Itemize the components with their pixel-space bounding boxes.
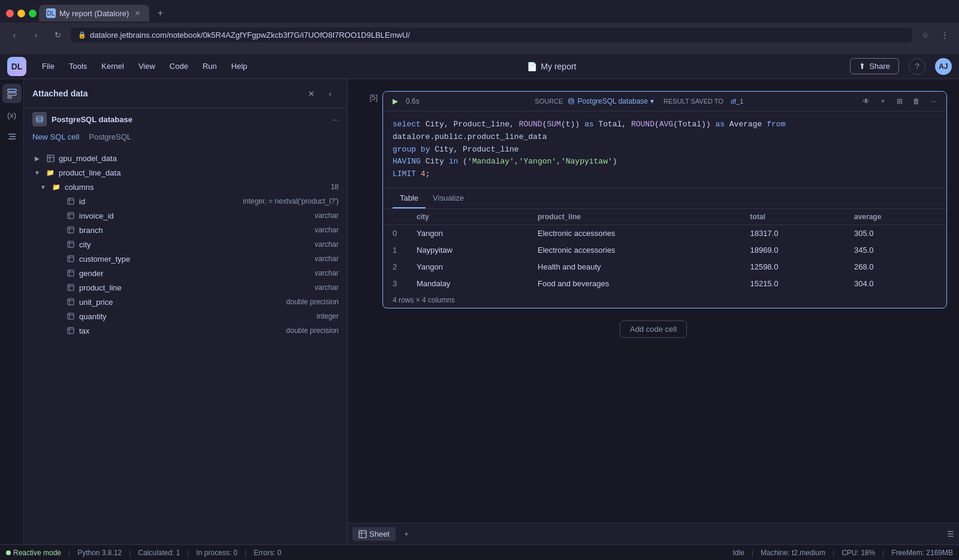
col-icon-product-line: [66, 283, 76, 292]
columns-item[interactable]: ▼ 📁 columns 18: [24, 180, 347, 194]
browser-menu-button[interactable]: ⋮: [936, 26, 953, 43]
menu-run[interactable]: Run: [197, 59, 223, 73]
sheet-tab[interactable]: Sheet: [352, 527, 396, 541]
reload-button[interactable]: ↻: [49, 26, 66, 43]
sidebar-icon-outline[interactable]: [2, 127, 22, 146]
column-quantity: quantity integer: [24, 309, 347, 323]
svg-rect-25: [68, 270, 74, 276]
cell-toolbar-5: ▶ 0.6s SOURCE PostgreSQL database: [383, 92, 946, 111]
maximize-window-button[interactable]: [29, 10, 37, 17]
columns-count: 18: [331, 183, 339, 191]
menu-file[interactable]: File: [36, 59, 61, 73]
svg-rect-0: [8, 89, 16, 92]
svg-rect-37: [68, 328, 74, 334]
code-line-2: datalore.public.product_line_data: [393, 131, 937, 144]
bookmark-button[interactable]: ☆: [917, 26, 934, 43]
tree-toggle-product[interactable]: ▼: [32, 168, 42, 177]
svg-rect-22: [68, 256, 74, 262]
app: DL File Tools Kernel View Code Run Help …: [0, 54, 959, 560]
minimize-window-button[interactable]: [17, 10, 25, 17]
sidebar-icon-variables[interactable]: (x): [2, 105, 22, 125]
notebook-content: [5] ▶ 0.6s SOURCE: [348, 79, 959, 523]
browser-chrome: DL My report (Datalore) ✕ + ‹ › ↻ 🔒 data…: [0, 0, 959, 54]
sidebar-icon-data[interactable]: [2, 84, 22, 103]
address-bar[interactable]: 🔒 datalore.jetbrains.com/notebook/0k5R4A…: [71, 28, 912, 43]
col-type-invoice: varchar: [315, 211, 339, 220]
col-type-gender: varchar: [315, 269, 339, 277]
forward-button[interactable]: ›: [28, 26, 44, 43]
table-row: 2 Yangon Health and beauty 12598.0 268.0: [383, 258, 946, 275]
browser-actions: ☆ ⋮: [917, 26, 953, 43]
cell-number-5: [5]: [360, 91, 378, 308]
result-var-link[interactable]: df_1: [731, 98, 743, 105]
row-product-line-0: Electronic accessories: [528, 225, 740, 241]
row-index-2: 2: [383, 258, 407, 275]
tab-close-button[interactable]: ✕: [132, 8, 142, 18]
data-tree: ▶ gpu_model_data ▼ 📁 product_line_data: [24, 146, 347, 544]
code-area[interactable]: select City, Product_line, ROUND(SUM(t))…: [383, 111, 946, 188]
tree-toggle-columns[interactable]: ▼: [38, 182, 48, 192]
db-badge[interactable]: PostgreSQL database ▾: [568, 97, 654, 105]
main-layout: (x) Attached data ✕ ‹: [0, 79, 959, 544]
tree-item-product[interactable]: ▼ 📁 product_line_data: [24, 165, 347, 180]
menu-code[interactable]: Code: [164, 59, 194, 73]
share-button[interactable]: ⬆ Share: [850, 58, 899, 74]
app-logo: DL: [7, 57, 26, 76]
row-product-line-2: Health and beauty: [528, 258, 740, 275]
help-button[interactable]: ?: [909, 58, 925, 75]
row-total-2: 12598.0: [740, 258, 845, 275]
row-average-0: 305.0: [845, 225, 946, 241]
add-code-cell-button[interactable]: Add code cell: [620, 320, 687, 338]
back-button[interactable]: ‹: [6, 26, 23, 43]
menu-help[interactable]: Help: [225, 59, 254, 73]
tree-toggle-gpu[interactable]: ▶: [32, 153, 42, 163]
data-panel-header: Attached data ✕ ‹: [24, 79, 347, 108]
cell-delete-button[interactable]: 🗑: [909, 94, 924, 108]
tree-item-gpu[interactable]: ▶ gpu_model_data: [24, 151, 347, 165]
row-average-3: 304.0: [845, 275, 946, 292]
add-sheet-button[interactable]: +: [398, 526, 415, 543]
avatar[interactable]: AJ: [935, 58, 952, 75]
tab-visualize[interactable]: Visualize: [426, 189, 471, 208]
panel-collapse-button[interactable]: ‹: [322, 85, 339, 102]
machine-label: Machine: t2.medium: [761, 549, 825, 557]
panel-close-button[interactable]: ✕: [303, 85, 319, 102]
run-cell-button[interactable]: ▶: [389, 95, 401, 107]
code-line-3: group by City, Product_line: [393, 144, 937, 156]
menu-tools[interactable]: Tools: [63, 59, 93, 73]
browser-tab-active[interactable]: DL My report (Datalore) ✕: [39, 5, 149, 22]
col-type-id: integer, = nextval('product_l?'): [243, 197, 339, 205]
row-total-0: 18317.0: [740, 225, 845, 241]
status-right: Idle | Machine: t2.medium | CPU: 18% | F…: [732, 549, 953, 557]
column-city: city varchar: [24, 237, 347, 252]
db-more-button[interactable]: ···: [332, 115, 339, 124]
reactive-mode-indicator: Reactive mode: [6, 549, 61, 557]
postgresql-tab[interactable]: PostgreSQL: [89, 132, 131, 141]
col-icon-branch: [66, 225, 76, 235]
tab-table[interactable]: Table: [393, 189, 426, 208]
close-window-button[interactable]: [6, 10, 14, 17]
bottom-menu-button[interactable]: ☰: [947, 529, 954, 538]
col-header-total: total: [740, 209, 845, 225]
code-line-5: LIMIT 4;: [393, 168, 937, 181]
column-unit-price: unit_price double precision: [24, 295, 347, 309]
tab-label: My report (Datalore): [59, 9, 129, 18]
col-icon: [66, 196, 76, 206]
cell-format-button[interactable]: ⊞: [892, 94, 907, 108]
svg-rect-13: [68, 213, 74, 219]
row-total-1: 18969.0: [740, 241, 845, 258]
menu-kernel[interactable]: Kernel: [95, 59, 130, 73]
row-city-2: Yangon: [407, 258, 528, 275]
cell-eye-button[interactable]: 👁: [859, 94, 873, 108]
new-sql-cell-button[interactable]: New SQL cell: [32, 132, 79, 141]
cell-5: ▶ 0.6s SOURCE PostgreSQL database: [382, 91, 947, 308]
new-tab-button[interactable]: +: [152, 5, 168, 22]
col-icon-quantity: [66, 311, 76, 321]
svg-rect-2: [8, 96, 11, 98]
menu-view[interactable]: View: [132, 59, 161, 73]
sheet-tab-label: Sheet: [369, 529, 390, 538]
db-dropdown-icon: ▾: [650, 97, 654, 105]
cell-more-button[interactable]: ···: [926, 94, 940, 108]
folder-icon: 📁: [46, 168, 55, 177]
cell-add-button[interactable]: +: [876, 94, 890, 108]
